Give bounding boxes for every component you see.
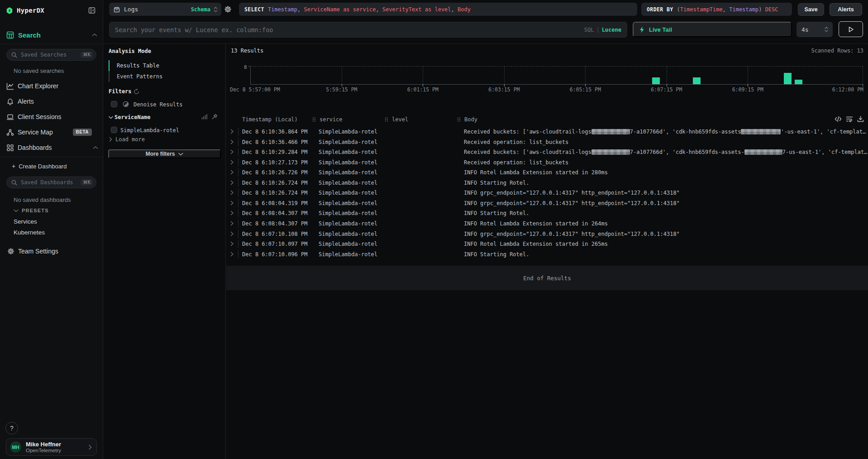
refresh-interval-select[interactable]: 4s [796, 22, 833, 37]
body-text: Received buckets: ['aws-cloudtrail-logs [464, 149, 591, 155]
nav-item-label: Service Map [18, 129, 53, 136]
column-header-timestamp-local-[interactable]: Timestamp (Local) [242, 116, 298, 123]
more-filters-button[interactable]: More filters [108, 149, 221, 158]
source-settings-gear-icon[interactable] [224, 5, 232, 13]
search-section-label: Search [18, 31, 41, 39]
saved-dashboards-input[interactable]: Saved Dashboards ⌘K [6, 177, 96, 188]
expand-row-chevron-icon[interactable] [230, 139, 234, 144]
facet-value-label[interactable]: SimpleLambda-rotel [120, 127, 179, 134]
column-header-body[interactable]: Body [457, 116, 477, 123]
sidebar-item-chart-explorer[interactable]: Chart Explorer [6, 81, 98, 91]
table-row[interactable]: Dec 8 6:10:26.724 PMSimpleLambda-rotelIN… [226, 178, 868, 188]
refresh-filters-icon[interactable] [134, 89, 139, 95]
search-icon [11, 52, 17, 58]
help-button[interactable]: ? [5, 422, 18, 435]
table-row[interactable]: Dec 8 6:10:26.724 PMSimpleLambda-rotelIN… [226, 188, 868, 198]
facet-chart-icon[interactable] [201, 114, 207, 120]
grip-dots-icon[interactable] [385, 117, 388, 122]
chevron-up-icon[interactable] [92, 33, 97, 37]
sidebar-item-dashboards[interactable]: Dashboards [6, 142, 98, 153]
presets-toggle[interactable]: PRESETS [14, 208, 49, 213]
expand-row-chevron-icon[interactable] [230, 190, 234, 195]
table-row[interactable]: Dec 8 6:10:27.173 PMSimpleLambda-rotelRe… [226, 158, 868, 168]
expand-row-chevron-icon[interactable] [230, 210, 234, 215]
analysis-mode-option[interactable]: Event Patterns [117, 73, 162, 80]
sidebar-item-kubernetes[interactable]: Kubernetes [14, 229, 45, 236]
table-row[interactable]: Dec 8 6:10:36.864 PMSimpleLambda-rotelRe… [226, 127, 868, 137]
order-by-input[interactable]: ORDER BY(TimestampTime, Timestamp) DESC [641, 3, 792, 16]
expand-row-chevron-icon[interactable] [230, 221, 234, 226]
play-button[interactable] [839, 21, 863, 37]
chevron-up-icon[interactable] [93, 146, 98, 149]
nav-item-label: Client Sessions [18, 113, 62, 120]
sidebar-item-alerts[interactable]: Alerts [6, 96, 98, 107]
saved-searches-input[interactable]: Saved Searches ⌘K [6, 49, 96, 61]
search-input[interactable]: Search your events w/ Lucene ex. column:… [109, 22, 627, 38]
grip-dots-icon[interactable] [312, 117, 316, 122]
user-card[interactable]: MH Mike Heffner OpenTelemetry [6, 438, 97, 456]
results-histogram[interactable]: 8Dec 8 5:57:00 PM5:59:15 PM6:01:15 PM6:0… [226, 44, 868, 94]
table-row[interactable]: Dec 8 6:07:10.108 PMSimpleLambda-rotelIN… [226, 229, 868, 239]
user-name: Mike Heffner [26, 441, 88, 448]
mode-sql[interactable]: SQL [584, 27, 594, 33]
download-icon[interactable] [857, 116, 864, 122]
histogram-bar[interactable] [693, 77, 701, 84]
query-token: , [451, 6, 458, 13]
query-token: SELECT [244, 6, 264, 13]
select-query-input[interactable]: SELECTTimestamp, ServiceName as service,… [239, 3, 637, 16]
table-row[interactable]: Dec 8 6:08:04.319 PMSimpleLambda-rotelIN… [226, 198, 868, 209]
chart-x-tick-label: 5:59:15 PM [326, 86, 357, 93]
save-button[interactable]: Save [798, 3, 824, 16]
sidebar-item-service-map[interactable]: Service MapBETA [6, 127, 98, 138]
grid-icon [6, 144, 14, 152]
analysis-mode-option[interactable]: Results Table [117, 62, 159, 69]
cell-body: Received operation: list_buckets [464, 139, 868, 145]
table-row[interactable]: Dec 8 6:10:36.466 PMSimpleLambda-rotelRe… [226, 137, 868, 148]
body-text: INFO Starting Rotel. [464, 210, 529, 216]
grip-dots-icon[interactable] [457, 117, 461, 122]
query-language-toggle[interactable]: SQL|Lucene [584, 27, 621, 33]
table-row[interactable]: Dec 8 6:08:04.307 PMSimpleLambda-rotelIN… [226, 208, 868, 219]
histogram-bar[interactable] [795, 80, 802, 84]
histogram-bar[interactable] [652, 77, 660, 84]
table-row[interactable]: Dec 8 6:10:26.726 PMSimpleLambda-rotelIN… [226, 167, 868, 178]
sidebar-item-team-settings[interactable]: Team Settings [7, 246, 58, 256]
facet-value-checkbox[interactable] [111, 127, 117, 133]
expand-row-chevron-icon[interactable] [230, 241, 234, 246]
live-tail-button[interactable]: Live Tail [633, 22, 792, 37]
expand-row-chevron-icon[interactable] [230, 160, 234, 165]
facet-servicename-toggle[interactable]: ServiceName [109, 114, 150, 120]
expand-row-chevron-icon[interactable] [230, 252, 234, 257]
pin-icon[interactable] [212, 114, 218, 120]
histogram-bar[interactable] [784, 73, 792, 84]
collapse-sidebar-icon[interactable] [88, 7, 95, 14]
column-header-level[interactable]: level [385, 116, 408, 123]
cell-body: INFO Starting Rotel. [464, 180, 868, 186]
column-header-service[interactable]: service [312, 116, 343, 123]
expand-row-chevron-icon[interactable] [230, 180, 234, 185]
expand-row-chevron-icon[interactable] [230, 129, 234, 134]
shortcut-badge: ⌘K [81, 179, 93, 186]
denoise-checkbox[interactable] [111, 101, 117, 107]
table-row[interactable]: Dec 8 6:08:04.307 PMSimpleLambda-rotelIN… [226, 219, 868, 229]
expand-row-chevron-icon[interactable] [230, 231, 234, 236]
load-more-button[interactable]: Load more [109, 136, 145, 143]
alerts-button[interactable]: Alerts [830, 3, 862, 16]
cell-body: INFO Rotel Lambda Extension started in 2… [464, 220, 868, 227]
expand-row-chevron-icon[interactable] [230, 149, 234, 154]
source-select[interactable]: Logs Schema [109, 3, 221, 16]
sidebar-item-search[interactable]: Search [6, 31, 97, 39]
create-dashboard-button[interactable]: + Create Dashboard [12, 162, 67, 170]
code-icon[interactable] [835, 116, 842, 122]
sidebar-item-services[interactable]: Services [14, 218, 37, 225]
wrap-text-icon[interactable] [846, 116, 853, 122]
expand-row-chevron-icon[interactable] [230, 170, 234, 175]
sidebar-item-client-sessions[interactable]: Client Sessions [6, 111, 98, 122]
table-row[interactable]: Dec 8 6:10:29.284 PMSimpleLambda-rotelRe… [226, 147, 868, 158]
mode-lucene[interactable]: Lucene [602, 27, 621, 33]
denoise-label[interactable]: Denoise Results [134, 101, 182, 108]
table-row[interactable]: Dec 8 6:07:10.097 PMSimpleLambda-rotelIN… [226, 239, 868, 249]
expand-row-chevron-icon[interactable] [230, 201, 234, 206]
table-row[interactable]: Dec 8 6:07:10.096 PMSimpleLambda-rotelIN… [226, 249, 868, 260]
user-org: OpenTelemetry [26, 448, 88, 454]
